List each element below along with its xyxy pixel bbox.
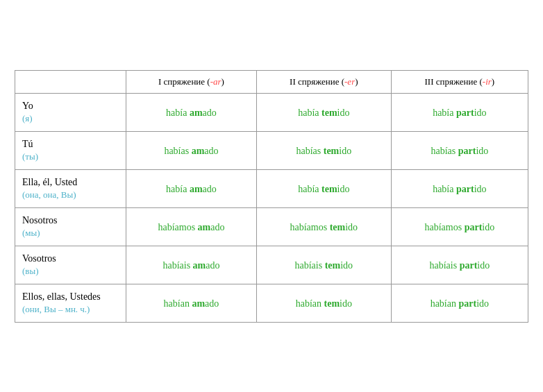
header-row: I спряжение (-ar) II спряжение (-er) III… [15,70,528,93]
table-row: Ellos, ellas, Ustedes(они, Вы – мн. ч.)h… [15,284,528,322]
verb-form: temido [325,260,353,271]
pronoun-main: Nosotros [22,215,119,226]
verb-suffix: ido [482,222,494,232]
pronoun-russian: (вы) [22,266,119,277]
conjugation-text: habíais amado [162,260,219,271]
conjugation-text: habían temido [296,298,352,309]
pronoun-cell: Nosotros(мы) [15,207,126,246]
verb-suffix: ido [340,260,353,271]
verb-suffix: ido [476,298,489,309]
haber-form: habías [296,146,323,156]
verb-form: temido [324,146,351,156]
verb-form: temido [321,184,349,194]
pronoun-main: Vosotros [22,253,119,264]
conjugation-cell: había amado [126,169,257,207]
conjugation-cell: habías partido [391,131,528,169]
verb-form: partido [458,146,489,156]
conjugation-text: había temido [298,184,349,194]
pronoun-main: Ellos, ellas, Ustedes [22,291,119,302]
verb-form: partido [456,184,487,194]
table-row: Yo(я)había amadohabía temidohabía partid… [15,93,528,131]
haber-form: había [298,108,321,118]
verb-suffix: ido [337,184,350,194]
verb-root: am [190,108,203,118]
pronoun-main: Yo [22,101,119,112]
pronoun-russian: (она, она, Вы) [22,189,119,201]
conjugation-cell: había partido [391,93,528,131]
conjugation-cell: habíais temido [256,246,391,284]
haber-form: había [433,184,456,194]
pronoun-russian: (мы) [22,228,119,239]
verb-suffix: ido [339,146,351,156]
verb-suffix: ado [206,260,219,271]
conjugation-table-container: I спряжение (-ar) II спряжение (-er) III… [15,70,528,323]
header-ar-suffix: -ar [210,76,222,87]
conjugation-text: había partido [433,184,486,194]
verb-suffix: ido [477,260,490,271]
conjugation-text: habíais temido [295,260,353,271]
header-er-prefix: II спряжение ( [290,76,344,87]
verb-suffix: ido [345,222,358,232]
verb-suffix: ido [476,146,488,156]
header-ar-prefix: I спряжение ( [158,76,210,87]
haber-form: habíamos [158,222,197,232]
haber-form: habíais [429,260,459,271]
verb-root: am [192,298,205,309]
verb-suffix: ado [203,184,217,194]
haber-form: habíais [162,260,192,271]
conjugation-text: habías partido [431,146,488,156]
verb-form: temido [330,222,358,232]
verb-form: temido [321,108,349,118]
verb-form: partido [465,222,495,232]
verb-root: tem [324,146,340,156]
verb-suffix: ado [210,222,224,232]
haber-form: habíamos [424,222,464,232]
verb-root: tem [321,108,337,118]
verb-suffix: ado [204,146,218,156]
conjugation-cell: habías amado [126,131,257,169]
verb-root: part [465,222,483,232]
verb-form: partido [456,108,487,118]
conjugation-cell: había partido [391,169,528,207]
conjugation-cell: habíamos amado [126,207,257,246]
verb-form: amado [190,184,217,194]
haber-form: habían [296,298,324,309]
conjugation-cell: habíais amado [126,246,257,284]
verb-root: part [458,298,476,309]
verb-suffix: ido [474,184,487,194]
header-ir-prefix: III спряжение ( [425,76,483,87]
conjugation-text: habíamos partido [424,222,494,232]
pronoun-cell: Tú(ты) [15,131,126,169]
pronoun-main: Tú [22,139,119,150]
header-ir-close: ) [492,76,494,87]
conjugation-cell: habíamos temido [256,207,391,246]
pronoun-russian: (они, Вы – мн. ч.) [22,304,119,315]
conjugation-cell: habíamos partido [391,207,528,246]
conjugation-text: habías temido [296,146,351,156]
pronoun-main: Ella, él, Usted [22,177,119,188]
table-row: Vosotros(вы)habíais amadohabíais temidoh… [15,246,528,284]
haber-form: habían [431,298,459,309]
verb-form: amado [193,260,220,271]
header-ir: III спряжение (-ir) [391,70,528,93]
verb-form: partido [460,260,490,271]
conjugation-text: habían amado [164,298,219,309]
verb-form: amado [190,108,217,118]
conjugation-cell: habías temido [256,131,391,169]
conjugation-cell: había temido [256,169,391,207]
pronoun-russian: (ты) [22,151,119,162]
haber-form: habían [164,298,192,309]
conjugation-cell: había temido [256,93,391,131]
header-ar: I спряжение (-ar) [126,70,257,93]
conjugation-text: había partido [433,108,486,118]
conjugation-text: habíamos temido [290,222,358,232]
verb-root: am [193,260,206,271]
verb-form: amado [192,298,219,309]
verb-root: part [458,146,476,156]
verb-root: part [456,184,474,194]
header-ar-close: ) [222,76,224,87]
verb-root: am [192,146,205,156]
haber-form: había [166,184,190,194]
haber-form: habíamos [290,222,330,232]
verb-suffix: ido [474,108,487,118]
